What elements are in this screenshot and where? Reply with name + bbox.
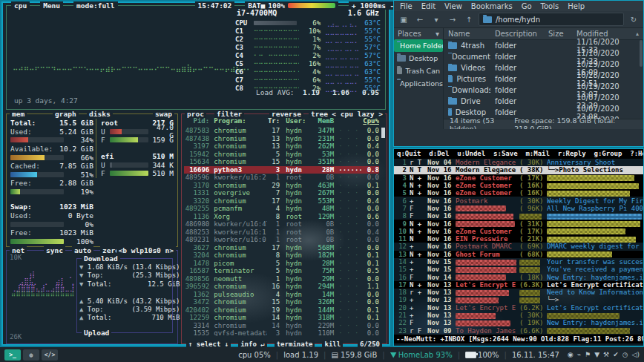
tab-disks[interactable]: disks: [87, 110, 113, 118]
menu-view[interactable]: View: [444, 2, 462, 10]
mail-row[interactable]: 12+Nov 16Postmark DMARC( 69K)DMARC weekl…: [394, 243, 643, 250]
process-row[interactable]: 1331overgrive7hydn267M· · ·0.0: [184, 189, 379, 197]
mail-row[interactable]: 7FNov 16( 96K)All New Raspberry Pi 400, …: [394, 205, 643, 212]
graph-toggle[interactable]: graph: [53, 110, 79, 118]
sidebar-item-trash-can[interactable]: Trash Can: [394, 65, 443, 77]
folder-icon: [448, 42, 457, 49]
menu-bookmarks[interactable]: Bookmarks: [471, 2, 513, 10]
terminal-window[interactable]: cpu Menu mode:full 15:47:02 BAT■ 100% + …: [1, 1, 390, 346]
menu-edit[interactable]: Edit: [421, 2, 436, 10]
col-description[interactable]: Description: [490, 30, 544, 38]
menu-button[interactable]: Menu: [40, 1, 63, 10]
mail-row[interactable]: 19+Nov 13└─>: [394, 296, 643, 303]
app-button-terminal[interactable]: >_: [4, 349, 21, 361]
sidebar-item-applications[interactable]: Applications: [394, 77, 443, 90]
mail-row[interactable]: 1r TNov 04Modern Elegance( 30K)Anniversa…: [394, 159, 643, 166]
process-row[interactable]: 3320chromium17hydn553M· · ·0.4: [184, 197, 379, 205]
file-manager-window[interactable]: FileEditViewBookmarksGoToolsHelp ▣←▾→↑ /…: [393, 0, 644, 147]
process-row[interactable]: 3314chromium14hydn229M· · ·0.0: [184, 322, 379, 330]
mail-row[interactable]: 18r +Nov 13Need to Know Information for: [394, 289, 643, 296]
clip-icon[interactable]: ⌁: [577, 351, 581, 358]
history-icon[interactable]: ▾: [431, 16, 441, 24]
mail-row[interactable]: 11NNov 16EIN Presswire( 21K): [394, 235, 643, 243]
process-row[interactable]: 3197chromium13hydn262M· · ·0.4: [184, 142, 379, 151]
flag-icon[interactable]: ⚑: [585, 351, 591, 358]
mail-row[interactable]: 3N +Nov 16eZone Customer( 17K): [394, 174, 643, 182]
col-size[interactable]: Size: [544, 30, 572, 38]
mail-row[interactable]: 4N +Nov 16eZone Customer( 16K): [394, 182, 643, 189]
col-name[interactable]: Name: [444, 30, 490, 38]
process-row[interactable]: 1362pulseaudio4hydn14M· · ·0.0: [184, 291, 379, 299]
mail-row[interactable]: 20+Nov 13Let's Encrypt E(6.2K)Let's Encr…: [394, 304, 643, 312]
net-sync-toggle[interactable]: sync: [44, 246, 65, 254]
tools-icon[interactable]: ⚒: [603, 351, 609, 358]
mail-row[interactable]: 10N +Nov 16eZone Customer( 17K): [394, 228, 643, 235]
process-row[interactable]: 3170chromium29hydn463M· · ·0.1: [184, 182, 379, 190]
mail-row[interactable]: 6+Nov 16Postmark( 30K)Weekly Digest for …: [394, 197, 643, 204]
process-row[interactable]: 1136Xorg8root129M· · ·0.6: [184, 213, 379, 221]
net-auto-toggle[interactable]: auto: [72, 246, 93, 254]
back-icon[interactable]: ←: [415, 16, 425, 24]
mail-row[interactable]: 15+Nov 15You've received a payment: [394, 266, 643, 273]
process-row[interactable]: 489231kworker/u16:0-1root0B· · ·0.0: [184, 236, 379, 244]
up-icon[interactable]: ↑: [464, 16, 474, 24]
menu-file[interactable]: File: [400, 2, 413, 10]
process-row[interactable]: 16696python33hydn28M·········0.8: [184, 166, 379, 174]
process-row[interactable]: 15942chromium5hydn53M· · ·0.0: [184, 151, 379, 159]
process-row[interactable]: 489255pcmanfm4hydn48M· · ·0.0: [184, 205, 379, 213]
process-row[interactable]: 3204chromium8hydn182M· · ·0.1: [184, 251, 379, 260]
mail-row[interactable]: 23r FNov 09To Hayden James(6.6K): [394, 327, 643, 335]
mail-row[interactable]: 5N +Nov 16eZone Customer( 16K): [394, 189, 643, 197]
process-row[interactable]: 15634chromium15hydn351M· · ·0.0: [184, 158, 379, 166]
mail-row[interactable]: 22FNov 13( 19K)New Entry: haydenjames.io: [394, 319, 643, 326]
process-row[interactable]: 16587terminator5hydn75M· · ·0.5: [184, 267, 379, 275]
menu-tools[interactable]: Tools: [541, 2, 559, 10]
app-button-browser[interactable]: ◍: [23, 349, 39, 361]
process-row[interactable]: 487438chromium13hydn231M· · ·0.0: [184, 135, 379, 143]
mail-row[interactable]: 2N TNov 16Modern Elegance( 38K)└─>Photo …: [394, 166, 643, 174]
menu-go[interactable]: Go: [522, 2, 532, 10]
proc-scrollbar[interactable]: [381, 128, 385, 138]
swap-toggle[interactable]: swap: [153, 110, 174, 118]
sidebar-item-home-folder[interactable]: Home Folder: [394, 39, 443, 52]
process-row[interactable]: 3627chromium17hydn568M· · ·0.0: [184, 244, 379, 252]
menu-help[interactable]: Help: [568, 2, 585, 10]
volume-icon[interactable]: ◁): [632, 351, 640, 358]
process-row[interactable]: 1535gvfsd-metadata3hydn110M· · ·0.0: [184, 329, 379, 336]
clock-icon[interactable]: ◷: [622, 351, 628, 358]
net-interface-selector[interactable]: <b wlp10s0 n>: [116, 246, 176, 254]
file-list-scrollbar[interactable]: [640, 40, 643, 67]
mail-row[interactable]: 17N +Nov 13Let's Encrypt E(6.3K)Let's En…: [394, 281, 643, 289]
mail-row[interactable]: 9N +Nov 16( 31K): [394, 220, 643, 227]
chevron-down-icon[interactable]: ▾: [436, 30, 439, 38]
tab-cpu[interactable]: cpu: [11, 1, 30, 10]
process-row[interactable]: 488253kworker/u16:1-1root0B· · ·0.4: [184, 228, 379, 237]
tab-mem[interactable]: mem: [10, 110, 27, 118]
col-modified[interactable]: Modified▴: [572, 30, 643, 38]
new-window-icon[interactable]: ▣: [398, 16, 409, 24]
process-row[interactable]: 487583chromium17hydn347M· · ·0.0: [184, 127, 379, 135]
mode-toggle[interactable]: mode:full: [73, 1, 117, 10]
app-button-editor[interactable]: </>: [42, 349, 58, 361]
bluetooth-icon[interactable]: ◉: [568, 351, 574, 358]
process-row[interactable]: 12259chromium14hydn318M· · ·0.1: [184, 314, 379, 322]
shield-icon[interactable]: ✔: [613, 351, 619, 358]
process-row[interactable]: 3472chromium15hydn326M· · ·0.0: [184, 298, 379, 306]
reload-icon[interactable]: ↻: [628, 16, 639, 24]
process-row[interactable]: 489856neomutt1hydn29M· · ·0.0: [184, 275, 379, 283]
mail-row[interactable]: 13N +Nov 16Ghost Forum( 68K): [394, 251, 643, 258]
path-bar[interactable]: /home/hydn: [479, 13, 624, 26]
process-row[interactable]: 396592chromium16hydn294M· · ·1.1: [184, 283, 379, 291]
mail-row[interactable]: 21+Nov 13( 30K): [394, 312, 643, 319]
mail-row[interactable]: 8FNov 16: [394, 212, 643, 220]
process-row[interactable]: 1478picom5hydn28M· · ·0.1: [184, 260, 379, 268]
updates-icon[interactable]: ▼: [594, 351, 599, 358]
process-row[interactable]: 489596kworker/u16:2-1root0B· · ·0.0: [184, 174, 379, 182]
process-row[interactable]: 420402chromium19hydn144M· · ·0.1: [184, 306, 379, 315]
mail-row[interactable]: 16FNov 14( 18K)New Entry: haydenjames.io: [394, 273, 643, 280]
sidebar-item-desktop[interactable]: Desktop: [394, 52, 443, 65]
process-row[interactable]: 486980kworker/u16:471root0B· · ·0.0: [184, 220, 379, 228]
mail-row[interactable]: 14+Nov 15Your transfer was successful: [394, 258, 643, 266]
forward-icon[interactable]: →: [447, 16, 458, 24]
neomutt-window[interactable]: q:Quit d:Del u:Undel s:Save m:Mail r:Rep…: [393, 148, 644, 346]
